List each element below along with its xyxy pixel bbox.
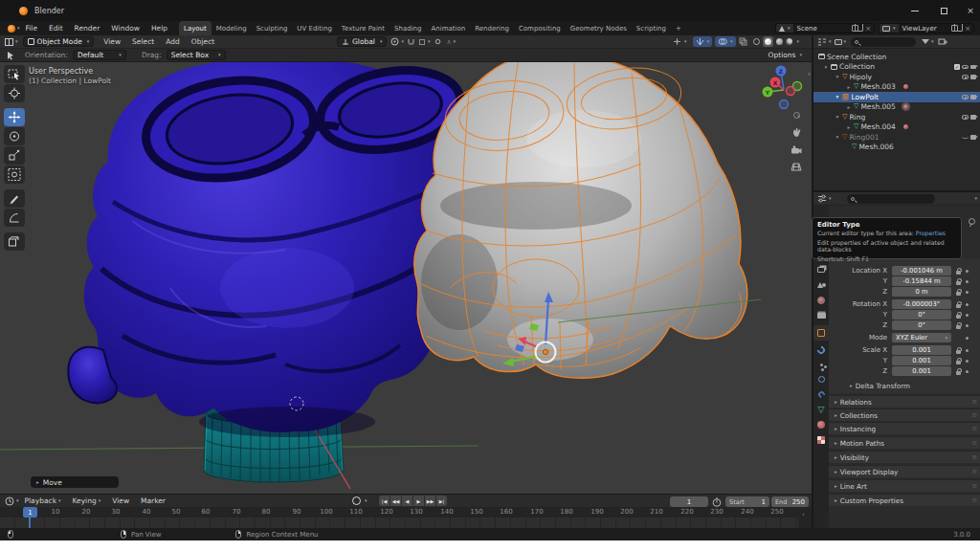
animate-dot[interactable] — [966, 360, 969, 363]
lock-icon[interactable] — [955, 289, 962, 296]
checkbox-icon[interactable]: ✓ — [954, 64, 960, 70]
lock-icon[interactable] — [955, 322, 962, 329]
disclosure-icon[interactable]: ▾ — [835, 74, 840, 79]
rotation-mode-dropdown[interactable]: XYZ Euler ▾ — [892, 333, 951, 342]
maximize-button[interactable] — [933, 3, 954, 18]
tab-rendering[interactable]: Rendering — [470, 21, 514, 35]
tab-object-properties[interactable] — [813, 325, 829, 341]
lock-icon[interactable] — [955, 278, 962, 285]
lock-icon[interactable] — [955, 312, 962, 319]
blender-menu-icon[interactable] — [8, 25, 15, 33]
camera-icon[interactable] — [970, 75, 976, 79]
location-x-field[interactable]: -0.001046 m — [892, 266, 951, 276]
tab-particle-properties[interactable] — [815, 359, 827, 370]
tool-move[interactable] — [4, 108, 25, 126]
auto-key-record[interactable]: ▾ — [352, 496, 368, 505]
tool-cursor[interactable] — [4, 84, 25, 102]
filter-icon[interactable] — [922, 39, 929, 44]
tab-modifier-properties[interactable] — [815, 344, 827, 356]
jump-to-start-button[interactable]: |◀ — [379, 496, 390, 506]
outliner-row-scene-collection[interactable]: Scene Collection — [813, 52, 980, 62]
disclosure-icon[interactable]: ▾ — [835, 134, 840, 140]
camera-view-icon[interactable] — [789, 143, 804, 157]
navigation-gizmo[interactable]: Z Y X — [762, 64, 806, 112]
tab-world-properties[interactable] — [815, 295, 827, 306]
disclosure-icon[interactable]: ▾ — [835, 94, 840, 99]
rotation-z-field[interactable]: 0° — [892, 320, 951, 330]
scale-y-field[interactable]: 0.001 — [892, 356, 951, 365]
options-dropdown[interactable]: Options ▾ — [768, 51, 802, 59]
new-scene-icon[interactable] — [852, 25, 858, 32]
snap-target-selector[interactable]: ▾ — [418, 38, 431, 46]
scene-selector[interactable]: ▾ Scene × — [775, 23, 875, 33]
camera-icon[interactable] — [970, 65, 976, 70]
tab-layout[interactable]: Layout — [179, 21, 212, 35]
outliner-row-collection[interactable]: ▾ Collection ✓ — [813, 62, 980, 73]
animate-dot[interactable] — [966, 337, 969, 340]
menu-help[interactable]: Help — [145, 24, 173, 33]
next-keyframe-button[interactable]: ▶▶ — [425, 496, 435, 506]
frame-start-field[interactable]: Start 1 — [725, 496, 769, 507]
play-reverse-button[interactable]: ◀ — [402, 496, 412, 506]
animate-dot[interactable] — [966, 303, 969, 306]
tool-transform[interactable] — [4, 165, 25, 184]
frame-end-field[interactable]: End 250 — [771, 496, 809, 507]
3d-viewport[interactable]: User Perspective (1) Collection | LowPol… — [0, 62, 812, 494]
tab-scripting[interactable]: Scripting — [632, 21, 671, 35]
eye-closed-icon[interactable] — [962, 136, 969, 140]
jump-to-end-button[interactable]: ▶| — [436, 496, 447, 506]
outliner-scope-icon[interactable] — [835, 39, 842, 45]
section-motion-paths[interactable]: ▸Motion Paths≡ — [829, 436, 980, 449]
zoom-icon[interactable] — [789, 108, 804, 122]
outliner-row-mesh-003[interactable]: ▸ ▽ Mesh.003 — [813, 82, 980, 93]
disclosure-icon[interactable]: ▾ — [823, 64, 829, 70]
current-frame-indicator[interactable]: 1 — [23, 507, 37, 518]
tab-physics-properties[interactable] — [815, 373, 827, 385]
rotation-x-field[interactable]: -0.000003° — [892, 299, 951, 309]
eye-icon[interactable] — [962, 95, 969, 99]
lock-icon[interactable] — [955, 347, 962, 354]
xray-toggle[interactable] — [739, 37, 747, 46]
animate-dot[interactable] — [966, 270, 969, 273]
toggle-perspective-icon[interactable] — [789, 160, 804, 174]
overlays-toggle[interactable]: ▾ — [715, 36, 736, 47]
mode-selector[interactable]: Object Mode ▾ — [23, 36, 95, 47]
disclosure-icon[interactable]: ▸ — [846, 124, 852, 130]
tab-output-properties[interactable] — [815, 310, 827, 321]
outliner-search-input[interactable] — [851, 37, 916, 47]
tool-add-cube[interactable] — [4, 232, 25, 251]
region-collapse-arrow[interactable]: ‹ — [808, 70, 811, 78]
properties-search-input[interactable] — [847, 194, 935, 204]
proportional-edit-toggle[interactable] — [434, 37, 442, 46]
animate-dot[interactable] — [966, 291, 969, 294]
outliner-row-mesh-006[interactable]: ▽ Mesh.006 — [813, 143, 980, 153]
tab-geometry-nodes[interactable]: Geometry Nodes — [566, 21, 632, 35]
eye-icon[interactable] — [962, 75, 969, 79]
falloff-selector[interactable]: ∧▾ — [446, 38, 456, 46]
menu-file[interactable]: File — [20, 24, 44, 33]
view-layer-selector[interactable]: ▾ ViewLayer × — [879, 23, 974, 33]
solid-shading-button[interactable] — [763, 36, 773, 47]
section-custom-properties[interactable]: ▸Custom Properties≡ — [829, 494, 980, 506]
playhead-line[interactable] — [29, 518, 31, 528]
tab-shading[interactable]: Shading — [390, 21, 426, 35]
section-collections[interactable]: ▸Collections≡ — [829, 408, 980, 421]
outliner-row-ring[interactable]: ▾ ▽ Ring — [813, 112, 980, 122]
tab-material-properties[interactable] — [815, 419, 827, 430]
unlink-scene-icon[interactable]: × — [862, 24, 874, 33]
lock-icon[interactable] — [955, 358, 962, 364]
menu-edit[interactable]: Edit — [43, 24, 69, 33]
menu-window[interactable]: Window — [105, 24, 145, 33]
tab-scene-properties[interactable] — [815, 279, 827, 291]
tab-modeling[interactable]: Modeling — [212, 21, 252, 35]
menu-view[interactable]: View — [98, 37, 126, 46]
animate-dot[interactable] — [966, 370, 969, 373]
section-instancing[interactable]: ▸Instancing≡ — [829, 422, 980, 434]
gizmos-toggle[interactable]: ▾ — [693, 36, 713, 47]
animate-dot[interactable] — [966, 324, 969, 327]
add-workspace-button[interactable]: + — [671, 21, 686, 35]
tab-view-layer-properties[interactable] — [815, 264, 827, 276]
tab-animation[interactable]: Animation — [426, 21, 470, 35]
menu-object[interactable]: Object — [186, 37, 220, 46]
prev-keyframe-button[interactable]: ◀◀ — [390, 496, 401, 506]
